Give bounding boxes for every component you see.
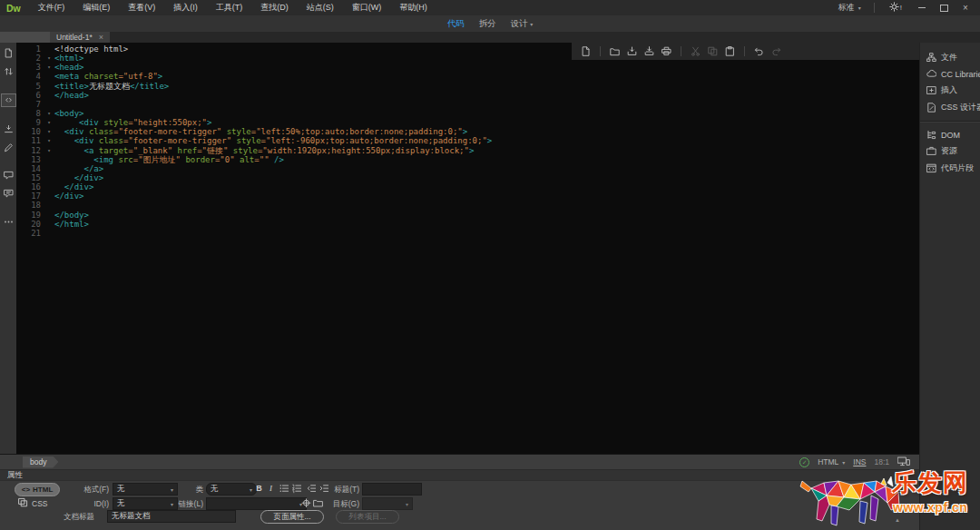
- format-source-icon[interactable]: [2, 142, 15, 153]
- indent-button[interactable]: [318, 483, 330, 494]
- browse-folder-icon[interactable]: [312, 497, 324, 508]
- code-fold-spacer: [44, 229, 54, 238]
- code-text: <img src="图片地址" border="0" alt="" />: [54, 155, 284, 164]
- outdent-button[interactable]: [306, 483, 318, 494]
- document-tab[interactable]: Untitled-1* ×: [50, 32, 110, 43]
- bold-button[interactable]: B: [254, 483, 264, 494]
- workspace-label: 标准: [838, 2, 855, 14]
- line-number: 15: [16, 173, 44, 182]
- code-fold-icon[interactable]: ▾: [44, 54, 54, 63]
- new-file-icon[interactable]: [581, 46, 591, 56]
- code-fold-icon[interactable]: ▾: [44, 118, 54, 127]
- panel-tab-files[interactable]: 文件: [920, 49, 980, 66]
- restore-button[interactable]: [933, 0, 955, 15]
- chevron-down-icon: ▾: [858, 5, 861, 11]
- insert-mode-indicator[interactable]: INS: [853, 457, 866, 466]
- code-text: <meta charset="utf-8">: [54, 72, 162, 81]
- menu-item[interactable]: 插入(I): [164, 2, 207, 14]
- cursor-position: 18:1: [874, 457, 889, 466]
- cc-libraries-icon: [926, 69, 936, 79]
- remove-comment-icon[interactable]: [2, 188, 15, 200]
- code-fold-spacer: [44, 100, 54, 109]
- panel-tab-css-designer[interactable]: CSS 设计器: [920, 99, 980, 116]
- preview-devices-icon[interactable]: [897, 456, 910, 468]
- css-mode-button[interactable]: CSS: [18, 497, 47, 509]
- main-menu: 文件(F)编辑(E)查看(V)插入(I)工具(T)查找(D)站点(S)窗口(W)…: [29, 2, 436, 14]
- tab-split-view[interactable]: 拆分: [479, 18, 496, 30]
- link-input[interactable]: ▾: [206, 497, 307, 510]
- unordered-list-button[interactable]: [279, 483, 290, 494]
- live-code-icon[interactable]: [1, 93, 16, 107]
- undo-icon[interactable]: [754, 46, 764, 56]
- page-properties-button[interactable]: 页面属性...: [260, 510, 324, 524]
- doctype-select[interactable]: HTML▾: [818, 457, 845, 466]
- code-fold-spacer: [44, 155, 54, 164]
- code-text: <body>: [54, 109, 84, 118]
- code-fold-spacer: [44, 164, 54, 173]
- tab-design-view[interactable]: 设计 ▾: [511, 18, 534, 30]
- panel-tab-snippets[interactable]: 代码片段: [920, 160, 980, 177]
- ordered-list-button[interactable]: [291, 483, 303, 494]
- menu-item[interactable]: 查看(V): [119, 2, 164, 14]
- paste-icon[interactable]: [725, 46, 735, 56]
- dreamweaver-window: Dw 文件(F)编辑(E)查看(V)插入(I)工具(T)查找(D)站点(S)窗口…: [0, 0, 980, 530]
- code-fold-icon[interactable]: ▾: [44, 136, 54, 145]
- toolbar-more-icon[interactable]: [2, 216, 15, 228]
- close-button[interactable]: ×: [955, 0, 976, 15]
- doc-title-input[interactable]: 无标题文档: [107, 510, 236, 523]
- collapse-full-tag-icon[interactable]: [2, 123, 15, 135]
- code-editor[interactable]: 1<!doctype html>2▾<html>3▾<head>4<meta c…: [16, 43, 919, 454]
- app-logo[interactable]: Dw: [6, 3, 21, 14]
- code-fold-icon[interactable]: ▾: [44, 127, 54, 136]
- format-label: 格式(F): [80, 485, 109, 496]
- save-icon[interactable]: [627, 46, 637, 56]
- workspace-switcher[interactable]: 标准 ▾: [831, 2, 868, 14]
- line-number: 17: [16, 191, 44, 201]
- html-mode-button[interactable]: <>HTML: [15, 483, 60, 496]
- code-text: <div class="footer-more-trigger" style="…: [54, 127, 467, 136]
- point-to-file-icon[interactable]: [300, 497, 312, 508]
- line-number: 21: [16, 229, 44, 238]
- open-documents-icon[interactable]: [2, 47, 15, 59]
- code-fold-icon[interactable]: ▾: [44, 63, 54, 72]
- code-line: 4<meta charset="utf-8">: [16, 72, 492, 81]
- sync-settings-button[interactable]: !: [880, 2, 911, 14]
- target-select[interactable]: ▾: [362, 497, 413, 510]
- code-line: 8▾<body>: [16, 109, 492, 118]
- code-text: </div>: [54, 191, 84, 201]
- tab-close-icon[interactable]: ×: [99, 34, 103, 41]
- print-icon[interactable]: [662, 46, 671, 56]
- file-management-icon[interactable]: [2, 65, 15, 77]
- apply-comment-icon[interactable]: [2, 170, 15, 182]
- minimize-button[interactable]: [911, 0, 933, 15]
- code-fold-icon[interactable]: ▾: [44, 109, 54, 118]
- panel-expand-icon[interactable]: ▲: [895, 517, 900, 523]
- titlebar-right: 标准 ▾ ! ×: [831, 0, 980, 15]
- italic-button[interactable]: I: [266, 483, 276, 494]
- panel-tab-insert[interactable]: 插入: [920, 82, 980, 99]
- menu-item[interactable]: 文件(F): [29, 2, 74, 14]
- menu-item[interactable]: 查找(D): [251, 2, 298, 14]
- code-fold-spacer: [44, 44, 54, 54]
- panel-tab-dom[interactable]: DOM: [920, 127, 980, 142]
- title-input[interactable]: [362, 483, 422, 496]
- menu-item[interactable]: 帮助(H): [390, 2, 436, 14]
- format-select[interactable]: 无▾: [113, 483, 178, 496]
- menu-item[interactable]: 窗口(W): [343, 2, 391, 14]
- menu-item[interactable]: 编辑(E): [74, 2, 119, 14]
- panel-tab-cc-libraries[interactable]: CC Libraries: [920, 66, 980, 82]
- panel-tab-assets[interactable]: 资源: [920, 142, 980, 160]
- tag-selector-body[interactable]: body: [23, 456, 58, 468]
- class-select[interactable]: 无▾: [206, 483, 257, 496]
- tab-code-view[interactable]: 代码: [447, 18, 465, 30]
- code-text: <!doctype html>: [54, 44, 128, 54]
- menu-item[interactable]: 站点(S): [298, 2, 343, 14]
- id-select[interactable]: 无▾: [113, 497, 178, 510]
- code-line: 14 </a>: [16, 164, 492, 173]
- code-fold-icon[interactable]: ▾: [44, 146, 54, 155]
- tabbar-left-stub: [0, 32, 50, 43]
- code-text: <html>: [54, 54, 84, 63]
- save-all-icon[interactable]: [644, 46, 654, 56]
- menu-item[interactable]: 工具(T): [207, 2, 252, 14]
- open-folder-icon[interactable]: [610, 46, 620, 56]
